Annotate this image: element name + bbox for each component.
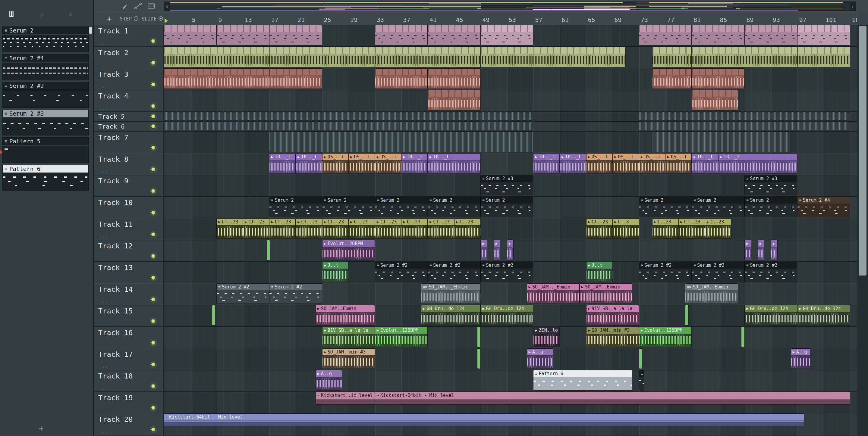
clip[interactable]: ≡Serum 2 #3 [481,175,533,195]
clip[interactable]: ≡Serum 2 [692,197,744,217]
track-header[interactable]: Track 3... [94,68,163,90]
clip[interactable]: ▶91V_SB..a_la_la [587,305,639,325]
clip[interactable]: ▶A..g [316,370,342,390]
pattern-preview[interactable] [2,146,89,163]
clip[interactable]: ≡Serum 2 [745,197,797,217]
clip[interactable]: ▶GH_Dru..de_124 [798,305,850,325]
pattern-preview[interactable] [2,173,89,191]
track-mute-led[interactable] [151,124,156,129]
keyboard-tool-icon[interactable] [147,2,156,10]
clip[interactable]: ≡Serum 2 #3 [745,175,797,195]
clip[interactable]: ≡Serum 2 #2 [375,262,428,282]
track-mute-led[interactable] [151,340,156,345]
clip[interactable]: ▶SO_JAM..min #3 [587,327,639,347]
clip[interactable]: ≡Serum 2 [270,197,322,217]
clip[interactable]: ▶SO_JAM..Ebmin [580,283,632,303]
slide-tool-icon[interactable] [134,2,142,10]
track-lane[interactable]: ▶Evolut..26BPM▶▶▶▶▶▶ [164,240,857,262]
clip[interactable] [217,25,269,45]
clip[interactable]: ≡Serum 2 #2 [481,262,533,282]
clip[interactable] [270,69,322,89]
clip[interactable]: ≡Serum 2 #2 [639,262,692,282]
playlist-minimap-scrollbar[interactable]: ‹ › [164,1,856,11]
track-lane[interactable]: ▶SO_JAM..min #3▶A..g▶A..g [164,348,857,370]
track-lane[interactable]: ▶J..t≡Serum 2 #2≡Serum 2 #2≡Serum 2 #2▶J… [164,262,857,283]
clip[interactable] [481,47,625,67]
clip[interactable] [164,112,533,120]
clip[interactable] [164,69,269,89]
clip[interactable] [477,327,480,347]
clip[interactable]: ≡Serum 2 [428,197,480,217]
track-lane[interactable]: ▶CT..23▶CT..23▶CT..23▶CT..23▶CT..23▶C..2… [164,218,857,240]
clip[interactable]: ≡Serum 2 [375,197,428,217]
clip[interactable] [652,69,692,89]
clip[interactable]: ▶DS_..t [375,154,401,173]
clip[interactable] [477,349,480,369]
clip[interactable]: ▶C..23 [705,219,731,238]
clip[interactable] [692,90,738,110]
pattern-preview[interactable] [2,90,89,108]
clip[interactable] [428,90,480,110]
clip[interactable]: ▶DS_..t [349,154,375,173]
clip[interactable]: ××SO_JAM..Ebmin [685,283,738,303]
pattern-item-header[interactable]: ≡Pattern 5 [2,137,89,145]
clip[interactable] [164,122,533,130]
pattern-item-header[interactable]: ≡Serum 2 #3 [2,110,89,118]
track-header[interactable]: Track 1... [94,25,163,47]
clip[interactable]: ≡Serum 2 #2 [745,262,797,282]
pattern-item-header[interactable]: ≡Serum 2 #4 [2,54,89,62]
track-mute-led[interactable] [151,189,156,193]
clip[interactable] [741,327,744,347]
clip[interactable]: ▶SO_JAM..Ebmin [316,305,375,325]
clip[interactable] [639,122,850,130]
clip[interactable]: ▶C..23 [455,219,480,238]
pattern-item-header[interactable]: ≡Serum 2 #2 [2,82,89,90]
clip[interactable] [270,25,322,45]
clip[interactable]: ▶C..23 [349,219,375,238]
clip[interactable]: ▶CT..23 [428,219,454,238]
track-lane[interactable]: ▶A..g≡Pattern 6≡ [164,370,857,392]
track-lane[interactable]: ~Kickstart-64bit - Mix level [164,413,857,435]
pattern-preview[interactable] [2,35,89,53]
clip[interactable]: ▶DS_..t [613,154,639,173]
clip[interactable] [692,25,744,45]
vertical-scrollbar[interactable] [857,25,868,436]
clip[interactable]: ▶J..t [587,262,613,282]
track-mute-led[interactable] [151,275,156,280]
track-mute-led[interactable] [151,362,156,367]
track-lane[interactable] [164,112,857,122]
clip[interactable]: ▶TR.._C [296,154,322,173]
clip[interactable] [652,132,790,152]
track-header[interactable]: Track 10... [94,197,163,218]
track-header[interactable]: Track 6 [94,122,163,132]
track-mute-led[interactable] [151,254,156,258]
track-header[interactable]: Track 4... [94,90,163,112]
minimap-canvas[interactable] [170,2,849,10]
clip[interactable]: ≡Serum 2 [481,197,533,217]
clip[interactable]: ▶ [745,240,751,260]
track-header[interactable]: Track 12... [94,240,163,262]
clip[interactable]: ▶ [758,240,764,260]
clip[interactable]: ▶TR.._C [718,154,797,173]
star-icon[interactable]: ◇ [39,10,44,18]
clip[interactable]: ▶TR.._C [560,154,586,173]
clip[interactable] [798,25,850,45]
clip[interactable]: ▶Evolut..126BPM [639,327,692,347]
clip[interactable] [481,25,533,45]
clip[interactable]: ▶ [494,240,500,260]
clip[interactable]: ▶A..g [791,349,810,369]
slide-toggle[interactable] [158,16,163,21]
clip[interactable]: ≡Serum 2 [322,197,375,217]
track-header[interactable]: Track 14... [94,283,163,305]
track-header[interactable]: Track 2... [94,47,163,68]
clip[interactable]: ▶CT..23 [270,219,296,238]
timeline-ruler[interactable]: 5913172125293337414549535761656973778185… [164,12,857,25]
clip[interactable]: ▶TR.._C [270,154,296,173]
clip[interactable]: ▶GH_Dru..de_124 [481,305,533,325]
vertical-scrollbar-thumb[interactable] [859,26,867,275]
clip[interactable]: ▶TR.._C [533,154,559,173]
track-header[interactable]: Track 13... [94,262,163,283]
track-lane[interactable] [164,90,857,112]
clip[interactable]: ~Kickstart..ix level [316,392,375,404]
clip[interactable] [375,47,480,67]
